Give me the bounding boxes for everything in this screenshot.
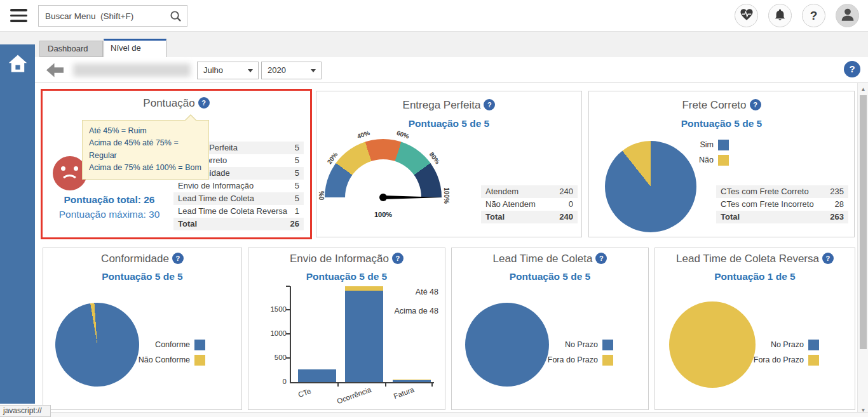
notifications-button[interactable] — [768, 4, 792, 27]
legend-swatch-blue — [718, 140, 729, 150]
chevron-down-icon — [311, 69, 316, 72]
card-title: Pontuação? — [43, 97, 310, 110]
card-title-text: Envio de Informação — [290, 253, 389, 265]
legend-swatch-blue — [808, 340, 819, 350]
bar-segment — [298, 369, 336, 382]
pie-chart-frete — [605, 141, 696, 232]
gauge-value-label: 100% — [367, 211, 399, 218]
table-row: CTes com Frete Correto235 — [716, 185, 848, 198]
gauge-tick-label: 0% — [318, 191, 325, 200]
browser-status-tooltip: javascript:// — [0, 405, 51, 417]
bottom-edge — [0, 412, 868, 417]
table-row: Atendem240 — [481, 185, 578, 198]
tab-nivel-de-servico[interactable]: Nível de Servix — [104, 39, 166, 57]
card-envio-informacao: Envio de Informação? Pontuação 5 de 5 At… — [248, 248, 445, 410]
x-axis — [290, 382, 434, 383]
card-title: Lead Time de Coleta Reversa? — [655, 253, 855, 265]
month-select[interactable]: Julho — [197, 62, 259, 79]
card-score-subtitle: Pontuação 5 de 5 — [452, 271, 648, 282]
card-title-text: Entrega Perfeita — [403, 99, 481, 111]
legend-item: Fora do Prazo — [738, 352, 819, 367]
tab-dashboard[interactable]: Dashboard — [39, 41, 103, 57]
card-title: Envio de Informação? — [248, 253, 445, 265]
card-help-icon[interactable]: ? — [198, 97, 210, 109]
card-help-icon[interactable]: ? — [172, 253, 184, 264]
bar-segment — [345, 286, 383, 291]
month-select-value: Julho — [203, 65, 223, 75]
bar-segment — [393, 380, 431, 382]
vertical-scrollbar[interactable]: ▲ ▼ — [857, 83, 868, 417]
top-bar: ? — [0, 0, 868, 32]
pie-legend: Conforme Não Conforme — [126, 337, 205, 367]
year-select[interactable]: 2020 — [261, 62, 322, 79]
tooltip-line: Acima de 75% até 100% = Bom — [89, 162, 202, 174]
score-total-label: Pontuação total: 26 — [43, 194, 176, 206]
card-help-icon[interactable]: ? — [595, 253, 607, 264]
filter-toolbar: Julho 2020 ? — [35, 57, 868, 83]
person-icon — [839, 6, 856, 25]
card-entrega-perfeita: Entrega Perfeita? Pontuação 5 de 5 0% 20… — [316, 91, 582, 237]
card-conformidade: Conformidade? Pontuação 5 de 5 Conforme … — [43, 248, 242, 410]
card-help-icon[interactable]: ? — [822, 253, 834, 264]
scrollbar-thumb[interactable] — [860, 95, 867, 349]
legend-swatch-yellow — [602, 355, 613, 366]
redacted-company-name — [73, 63, 191, 77]
card-title-text: Frete Correto — [682, 99, 746, 111]
page-help-button[interactable]: ? — [844, 61, 860, 77]
card-title: Frete Correto? — [589, 99, 854, 112]
pie-legend: No Prazo Fora do Prazo — [532, 337, 613, 367]
bar-segment — [393, 380, 431, 380]
bell-icon — [773, 8, 787, 24]
back-arrow-button[interactable] — [46, 63, 64, 80]
search-icon[interactable] — [170, 10, 182, 25]
x-category-label: CTe — [297, 387, 312, 399]
score-rules-tooltip: Até 45% = Ruim Acima de 45% até 75% = Re… — [82, 120, 209, 180]
legend-item: No Prazo — [738, 337, 819, 352]
card-help-icon[interactable]: ? — [484, 99, 495, 110]
heart-pulse-icon — [739, 8, 754, 24]
legend-item: Não Conforme — [126, 352, 205, 367]
card-title-text: Pontuação — [143, 97, 194, 109]
frete-table: CTes com Frete Correto235 CTes com Frete… — [716, 185, 848, 223]
y-tick-label: 0 — [261, 378, 287, 385]
score-max-label: Pontuação máxima: 30 — [43, 209, 176, 220]
entrega-table: Atendem240 Não Atendem0 Total240 — [481, 185, 578, 223]
card-frete-correto: Frete Correto? Pontuação 5 de 5 Sim Não … — [588, 91, 855, 237]
card-title-text: Conformidade — [101, 253, 169, 265]
search-input[interactable] — [45, 6, 166, 26]
help-button[interactable]: ? — [802, 4, 825, 27]
legend-item: No Prazo — [532, 337, 613, 352]
gauge-chart — [325, 139, 442, 197]
user-avatar[interactable] — [836, 4, 859, 27]
legend-item: Fora do Prazo — [532, 352, 613, 367]
legend-swatch-blue — [602, 340, 613, 350]
tab-dashboard-label: Dashboard — [48, 44, 88, 53]
card-title: Conformidade? — [43, 253, 241, 265]
hamburger-menu-icon[interactable] — [10, 9, 27, 22]
year-select-value: 2020 — [268, 65, 286, 75]
card-score-subtitle: Pontuação 5 de 5 — [248, 271, 445, 282]
card-title: Lead Time de Coleta? — [452, 253, 648, 265]
gauge-tick-label: 100% — [443, 187, 450, 204]
card-help-icon[interactable]: ? — [392, 253, 403, 264]
question-mark-icon: ? — [810, 9, 818, 23]
sidebar-item-home[interactable] — [6, 52, 29, 75]
y-tick-label: 1500 — [261, 305, 287, 313]
table-row: CTes com Frete Incorreto28 — [716, 198, 848, 211]
health-status-button[interactable] — [735, 4, 758, 27]
legend-swatch-yellow — [718, 155, 729, 166]
table-row: Lead Time de Coleta Reversa1 — [173, 205, 304, 218]
scroll-up-arrow[interactable]: ▲ — [858, 84, 868, 95]
app-window: ? Dashboard Nível de Servix Julho — [0, 0, 868, 417]
table-total-row: Total240 — [481, 211, 578, 223]
card-help-icon[interactable]: ? — [750, 99, 761, 110]
table-row: Lead Time de Coleta5 — [173, 192, 304, 205]
legend-swatch-yellow — [808, 355, 819, 366]
table-row: Envio de Informação5 — [173, 180, 304, 192]
x-category-label: Fatura — [393, 386, 415, 400]
y-tick-label: 1000 — [261, 329, 287, 337]
home-icon — [6, 66, 29, 77]
card-title: Entrega Perfeita? — [316, 99, 581, 112]
legend-item: Conforme — [126, 337, 205, 352]
card-score-subtitle: Pontuação 5 de 5 — [316, 118, 581, 129]
